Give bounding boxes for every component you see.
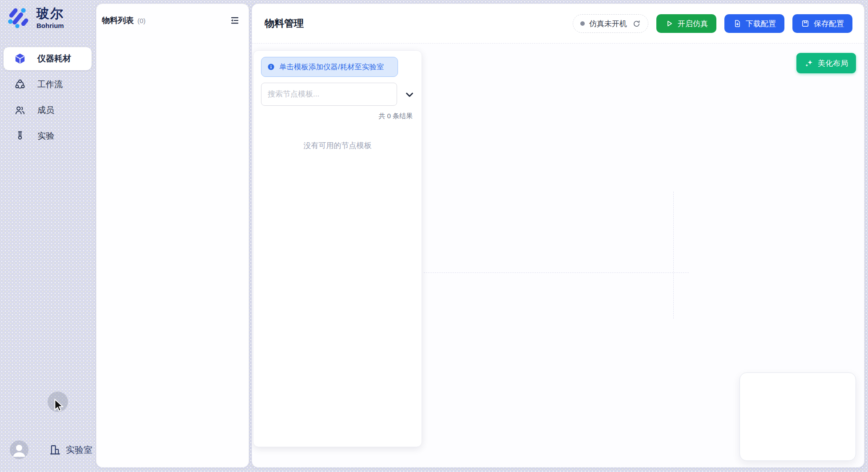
lab-label: 实验室 bbox=[66, 444, 92, 456]
sparkles-icon bbox=[804, 59, 814, 68]
avatar-person-icon bbox=[10, 440, 28, 459]
download-config-button[interactable]: 下载配置 bbox=[724, 14, 784, 33]
file-download-icon bbox=[733, 19, 742, 28]
save-icon bbox=[801, 19, 810, 28]
empty-template-message: 没有可用的节点模板 bbox=[253, 140, 422, 151]
material-management-area: 物料管理 仿真未开机 开启仿真 下载 bbox=[252, 4, 864, 468]
sidebar-item-label: 实验 bbox=[37, 130, 54, 142]
sidebar-item-label: 工作流 bbox=[37, 79, 63, 90]
lab-entry[interactable]: 实验室 bbox=[49, 444, 92, 456]
page-title: 物料管理 bbox=[265, 17, 304, 30]
hint-banner: 单击模板添加仪器/耗材至实验室 bbox=[261, 57, 398, 77]
sidebar-item-label: 成员 bbox=[37, 104, 54, 116]
building-icon bbox=[49, 444, 61, 456]
bohrium-logo-icon bbox=[6, 6, 28, 28]
brand-logo: 玻尔 Bohrium bbox=[6, 6, 64, 29]
simulation-status-pill[interactable]: 仿真未开机 bbox=[573, 14, 648, 33]
test-tube-icon bbox=[14, 130, 26, 142]
materials-list-title: 物料列表 bbox=[102, 15, 134, 26]
beautify-layout-button[interactable]: 美化布局 bbox=[796, 53, 856, 73]
flow-canvas[interactable]: 单击模板添加仪器/耗材至实验室 共 0 条结果 没有可用的节点模板 美化布局 bbox=[252, 44, 864, 468]
simulation-status-text: 仿真未开机 bbox=[589, 19, 627, 29]
save-config-button[interactable]: 保存配置 bbox=[792, 14, 852, 33]
brand-name-cn: 玻尔 bbox=[36, 6, 64, 21]
sidebar-item-label: 仪器耗材 bbox=[37, 53, 71, 64]
sidebar-item-instruments[interactable]: 仪器耗材 bbox=[4, 47, 92, 70]
play-icon bbox=[665, 19, 674, 28]
sidebar-nav: 仪器耗材 工作流 成员 bbox=[4, 47, 92, 150]
sidebar-item-experiment[interactable]: 实验 bbox=[4, 124, 92, 148]
page-header: 物料管理 仿真未开机 开启仿真 下载 bbox=[252, 4, 864, 44]
template-search-input[interactable] bbox=[261, 83, 397, 106]
materials-list-header: 物料列表 (0) bbox=[96, 4, 249, 37]
chevron-down-icon[interactable] bbox=[404, 89, 415, 100]
info-icon bbox=[267, 63, 275, 71]
sidebar-item-members[interactable]: 成员 bbox=[4, 99, 92, 122]
canvas-guide-horizontal bbox=[424, 272, 689, 273]
sidebar-item-workflow[interactable]: 工作流 bbox=[4, 73, 92, 96]
status-dot-icon bbox=[580, 21, 585, 26]
workflow-icon bbox=[14, 79, 26, 90]
minimap[interactable] bbox=[739, 372, 856, 461]
user-avatar[interactable] bbox=[10, 440, 28, 459]
sidebar-footer: 实验室 bbox=[10, 440, 92, 459]
materials-list-count: (0) bbox=[137, 17, 145, 24]
members-icon bbox=[14, 104, 26, 116]
bohrium-lab-app: { "brand": { "name_cn": "玻尔", "name_en":… bbox=[0, 0, 868, 472]
node-template-panel: 单击模板添加仪器/耗材至实验室 共 0 条结果 没有可用的节点模板 bbox=[253, 50, 422, 447]
collapse-panel-icon[interactable] bbox=[229, 15, 241, 26]
refresh-icon[interactable] bbox=[632, 20, 641, 28]
hint-text: 单击模板添加仪器/耗材至实验室 bbox=[279, 62, 384, 72]
cube-icon bbox=[14, 53, 26, 64]
canvas-guide-vertical bbox=[673, 192, 674, 319]
start-simulation-button[interactable]: 开启仿真 bbox=[656, 14, 716, 33]
sidebar: 玻尔 Bohrium 仪器耗材 工作流 bbox=[0, 0, 95, 472]
brand-name-en: Bohrium bbox=[36, 22, 64, 29]
result-count: 共 0 条结果 bbox=[378, 112, 413, 120]
header-actions: 仿真未开机 开启仿真 下载配置 bbox=[573, 14, 852, 33]
materials-list-panel: 物料列表 (0) bbox=[96, 4, 249, 468]
